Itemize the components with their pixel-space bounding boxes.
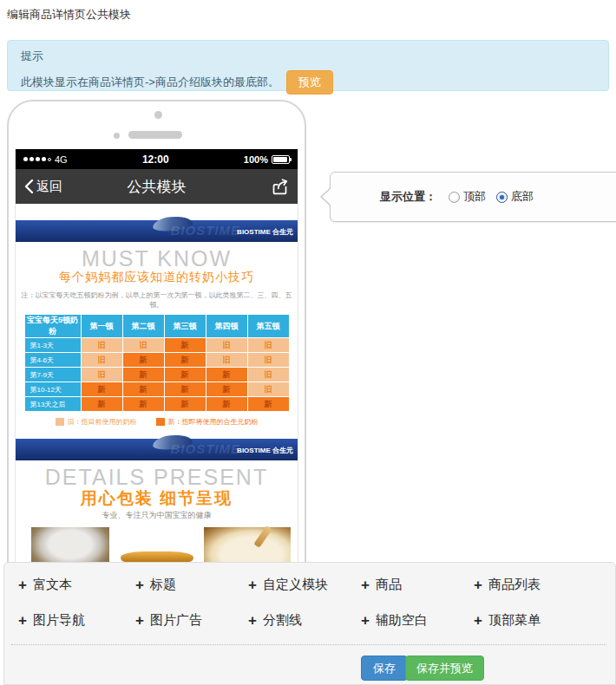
tip-alert: 提示 此模块显示在商品详情页->商品介绍版块的最底部。 预览	[7, 40, 609, 91]
plus-icon: +	[135, 578, 144, 591]
edit-common-module-page: 编辑商品详情页公共模块 提示 此模块显示在商品详情页->商品介绍版块的最底部。 …	[0, 0, 616, 685]
share-icon	[271, 178, 289, 196]
radio-bottom-icon[interactable]	[496, 192, 508, 203]
table-header-row: 宝宝每天5顿奶粉 第一顿 第二顿 第三顿 第四顿 第五顿	[25, 315, 289, 337]
phone-sensor-icon	[114, 133, 120, 139]
carrier-label: 4G	[55, 154, 68, 165]
table-row: 第1-3天 旧 旧 新 旧 旧	[25, 338, 289, 352]
module-toolbar: +富文本 +标题 +自定义模块 +商品 +商品列表 +图片导航 +图片广告 +分…	[3, 562, 616, 685]
save-button[interactable]: 保存	[361, 656, 408, 681]
table-legend: 旧：指目前使用的奶粉 新：指即将使用的合生元奶粉	[16, 416, 298, 427]
ribbon-banner: BIOSTIME BIOSTIME 合生元	[16, 220, 298, 242]
chevron-left-icon	[24, 179, 34, 194]
tip-alert-body: 此模块显示在商品详情页->商品介绍版块的最底部。	[21, 75, 279, 90]
module-add-title[interactable]: +标题	[135, 577, 248, 593]
legend-new-label: 新：指即将使用的合生元奶粉	[168, 417, 259, 427]
radio-option-top[interactable]: 顶部	[449, 189, 486, 205]
milk-schedule-table: 宝宝每天5顿奶粉 第一顿 第二顿 第三顿 第四顿 第五顿 第1-3天 旧 旧 新	[24, 314, 290, 412]
phone-screen: 4G 12:00 100% 返回 公共模块	[15, 149, 298, 603]
back-button: 返回	[24, 179, 62, 195]
toolbar-divider	[11, 644, 606, 645]
section1-title-en: MUST KNOW	[16, 247, 298, 270]
radio-top-icon[interactable]	[449, 192, 460, 203]
phone-speaker-icon	[128, 131, 182, 139]
module-add-custom-module[interactable]: +自定义模块	[248, 577, 361, 593]
display-position-panel: 显示位置： 顶部 底部	[330, 172, 616, 222]
preview-button[interactable]: 预览	[286, 70, 333, 95]
module-add-image-nav[interactable]: +图片导航	[18, 612, 135, 629]
section1-title-cn: 每个妈妈都应该知道的转奶小技巧	[16, 270, 298, 284]
plus-icon: +	[248, 614, 257, 627]
module-add-richtext[interactable]: +富文本	[18, 577, 135, 593]
module-add-top-menu[interactable]: +顶部菜单	[474, 612, 541, 629]
plus-icon: +	[361, 614, 370, 627]
radio-bottom-label[interactable]: 底部	[511, 189, 534, 205]
phone-preview-frame: 4G 12:00 100% 返回 公共模块	[7, 100, 306, 607]
battery-icon	[272, 155, 290, 164]
phone-camera-icon	[154, 111, 162, 119]
signal-dots-icon	[23, 157, 51, 161]
page-title: 编辑商品详情页公共模块	[7, 7, 131, 23]
brand-label: BIOSTIME 合生元	[237, 446, 293, 455]
can-lid	[121, 551, 193, 562]
ribbon-watermark: BIOSTIME	[170, 441, 240, 456]
plus-icon: +	[361, 578, 370, 591]
ribbon-watermark: BIOSTIME	[170, 223, 240, 238]
module-add-product-list[interactable]: +商品列表	[474, 577, 541, 593]
table-row: 第10-12天 新 新 新 新 旧	[25, 382, 289, 396]
plus-icon: +	[18, 578, 27, 591]
phone-status-bar: 4G 12:00 100%	[16, 149, 298, 169]
plus-icon: +	[18, 614, 27, 627]
tip-alert-title: 提示	[21, 49, 595, 64]
radio-option-bottom[interactable]: 底部	[496, 189, 534, 205]
table-row: 第13天之后 新 新 新 新 新	[25, 397, 289, 411]
table-row: 第7-9天 旧 新 新 新 旧	[25, 368, 289, 382]
plus-icon: +	[474, 578, 482, 591]
scoop-icon	[253, 525, 272, 548]
section1-note: 注：以宝宝每天吃五顿奶粉为例，以早上的第一次为第一顿，以此类推第二、三、四、五顿…	[16, 290, 298, 310]
battery-percent: 100%	[244, 154, 268, 165]
clock-label: 12:00	[142, 153, 169, 166]
section2-title-en: DETAILS PRESENT	[16, 466, 298, 488]
plus-icon: +	[248, 578, 257, 591]
section2-title-cn: 用心包装 细节呈现	[16, 488, 298, 508]
brand-label: BIOSTIME 合生元	[237, 227, 293, 237]
save-and-preview-button[interactable]: 保存并预览	[405, 656, 484, 681]
plus-icon: +	[135, 614, 144, 627]
display-position-label: 显示位置：	[380, 189, 436, 205]
module-add-image-ad[interactable]: +图片广告	[135, 612, 248, 629]
module-add-product[interactable]: +商品	[361, 577, 474, 593]
legend-new-swatch	[156, 418, 165, 426]
plus-icon: +	[474, 614, 482, 627]
legend-old-swatch	[56, 418, 64, 426]
legend-old-label: 旧：指目前使用的奶粉	[68, 417, 137, 427]
table-row: 第4-6天 旧 新 新 旧 旧	[25, 353, 289, 367]
phone-nav-bar: 返回 公共模块	[16, 169, 298, 204]
promo-content: BIOSTIME BIOSTIME 合生元 MUST KNOW 每个妈妈都应该知…	[16, 220, 298, 603]
promo-section-must-know: BIOSTIME BIOSTIME 合生元 MUST KNOW 每个妈妈都应该知…	[16, 220, 298, 427]
radio-top-label[interactable]: 顶部	[463, 189, 486, 205]
module-add-divider[interactable]: +分割线	[248, 612, 361, 629]
section2-subtitle: 专业、专注只为中国宝宝的健康	[16, 510, 298, 521]
back-label: 返回	[36, 179, 62, 195]
ribbon-banner: BIOSTIME BIOSTIME 合生元	[16, 439, 298, 460]
module-add-blank-space[interactable]: +辅助空白	[361, 612, 474, 629]
